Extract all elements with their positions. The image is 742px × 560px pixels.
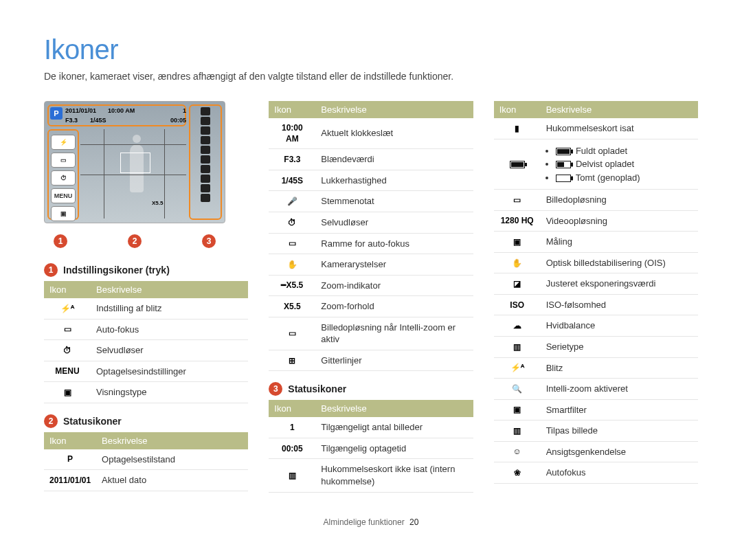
table-row: ▥Serietype bbox=[494, 337, 698, 358]
display-af-btn: ▭ bbox=[51, 153, 76, 168]
table-row: ▣Måling bbox=[494, 232, 698, 253]
display-time: 10:00 AM bbox=[108, 107, 135, 114]
rec-time-text: 00:05 bbox=[269, 438, 315, 459]
table-row: MENUOptagelsesindstillinger bbox=[44, 361, 248, 382]
table-row: F3.3Blændeværdi bbox=[269, 149, 473, 170]
section-2b-table: IkonBeskrivelse 10:00 AMAktuelt klokkesl… bbox=[269, 101, 473, 371]
camera-display-illustration: P 2011/01/01 10:00 AM F3.3 1/45S 1 00:05… bbox=[44, 101, 225, 223]
desc-cell: Tilgængelig optagetid bbox=[315, 438, 473, 459]
table-row: ISOISO-følsomhed bbox=[494, 294, 698, 315]
table-row: ▭Billedopløsning bbox=[494, 190, 698, 211]
desc-cell: Zoom-forhold bbox=[315, 296, 473, 317]
desc-cell: Aktuelt klokkeslæt bbox=[315, 118, 473, 149]
table-row: 🔍Intelli-zoom aktiveret bbox=[494, 379, 698, 400]
memory-card-icon: ▮ bbox=[494, 118, 541, 139]
desc-cell: Intelli-zoom aktiveret bbox=[541, 379, 698, 400]
desc-cell: Optagelsesindstillinger bbox=[91, 361, 248, 382]
table-row: 10:00 AMAktuelt klokkeslæt bbox=[269, 118, 473, 149]
image-adjust-icon: ▥ bbox=[494, 421, 541, 442]
time-text: 10:00 AM bbox=[269, 118, 315, 149]
desc-cell: Hukommelseskort isat bbox=[541, 118, 698, 139]
ev-adjust-icon: ◪ bbox=[494, 273, 541, 295]
burst-icon: ▥ bbox=[494, 337, 541, 358]
table-row: ✋Kamerarystelser bbox=[269, 254, 473, 276]
selftimer-icon: ⏱ bbox=[44, 340, 91, 361]
desc-cell: Ramme for auto-fokus bbox=[315, 233, 473, 254]
ois-icon: ✋ bbox=[494, 252, 541, 273]
desc-cell: Måling bbox=[541, 232, 698, 253]
display-aperture: F3.3 bbox=[65, 117, 78, 124]
menu-icon: MENU bbox=[44, 361, 91, 382]
table-row: ⏱Selvudløser bbox=[269, 212, 473, 234]
intelli-zoom-icon: 🔍 bbox=[494, 379, 541, 400]
desc-cell: Autofokus bbox=[541, 462, 698, 484]
display-menu-btn: MENU bbox=[51, 188, 76, 203]
display-timer-btn: ⏱ bbox=[51, 170, 76, 186]
desc-cell: Smartfilter bbox=[541, 399, 698, 421]
aperture-text: F3.3 bbox=[269, 149, 315, 170]
smart-filter-icon: ▣ bbox=[494, 399, 541, 421]
af-frame-icon: ▭ bbox=[269, 233, 315, 254]
desc-cell: Visningstype bbox=[91, 382, 248, 403]
display-flash-btn: ⚡ bbox=[51, 135, 76, 150]
desc-cell: Hukommelseskort ikke isat (intern hukomm… bbox=[315, 459, 473, 492]
desc-cell: Kamerarystelser bbox=[315, 254, 473, 276]
table-row: ▭Billedopløsning når Intelli-zoom er akt… bbox=[269, 317, 473, 350]
white-balance-icon: ☁ bbox=[494, 315, 541, 337]
mode-p-icon: P bbox=[44, 449, 96, 470]
desc-cell: Ansigtsgenkendelse bbox=[541, 441, 698, 462]
table-row: ⏱Selvudløser bbox=[44, 340, 248, 361]
display-rec-time: 00:05 bbox=[170, 117, 186, 124]
display-date: 2011/01/01 bbox=[65, 107, 96, 114]
autofocus-mode-icon: ▭ bbox=[44, 319, 91, 340]
internal-memory-icon: ▥ bbox=[269, 459, 315, 492]
desc-cell: Zoom-indikator bbox=[315, 275, 473, 296]
table-row: ━X5.5Zoom-indikator bbox=[269, 275, 473, 296]
display-zoom-ratio: X5.5 bbox=[152, 200, 163, 206]
table-row: 1280 HQVideoopløsning bbox=[494, 210, 698, 232]
table-row: ▭Ramme for auto-fokus bbox=[269, 233, 473, 254]
section-3-heading: 3 Statusikoner bbox=[269, 382, 473, 396]
mode-badge: P bbox=[50, 107, 63, 120]
gridlines-icon: ⊞ bbox=[269, 350, 315, 371]
metering-icon: ▣ bbox=[494, 232, 541, 253]
desc-cell: Serietype bbox=[541, 337, 698, 358]
desc-cell: Blændeværdi bbox=[315, 149, 473, 170]
face-detect-icon: ☺ bbox=[494, 441, 541, 462]
table-row: 1Tilgængeligt antal billeder bbox=[269, 417, 473, 438]
desc-cell: Videoopløsning bbox=[541, 210, 698, 232]
table-row: 2011/01/01Aktuel dato bbox=[44, 470, 248, 491]
table-row: ⚡ᴬIndstilling af blitz bbox=[44, 298, 248, 319]
table-row: 🎤Stemmenotat bbox=[269, 191, 473, 212]
section-3-table: IkonBeskrivelse 1Tilgængeligt antal bill… bbox=[269, 400, 473, 492]
image-res-icon: ▭ bbox=[494, 190, 541, 211]
desc-cell: Blitz bbox=[541, 357, 698, 379]
desc-cell: Hvidbalance bbox=[541, 315, 698, 337]
table-row: ⊞Gitterlinjer bbox=[269, 350, 473, 371]
page-footer: Almindelige funktioner 20 bbox=[44, 517, 698, 527]
table-row: POptagelsestilstand bbox=[44, 449, 248, 470]
display-view-btn: ▣ bbox=[51, 206, 76, 221]
table-row: ▭Auto-fokus bbox=[44, 319, 248, 340]
section-3b-table: IkonBeskrivelse ▮Hukommelseskort isat : … bbox=[494, 101, 698, 484]
desc-cell: Selvudløser bbox=[91, 340, 248, 361]
desc-cell: Tilpas billede bbox=[541, 421, 698, 442]
zoom-indicator-icon: ━X5.5 bbox=[269, 275, 315, 296]
flash-auto-icon: ⚡ᴬ bbox=[44, 298, 91, 319]
macro-icon: ❀ bbox=[494, 462, 541, 484]
zoom-ratio-text: X5.5 bbox=[269, 296, 315, 317]
table-row: ❀Autofokus bbox=[494, 462, 698, 484]
battery-states-list: : Fuldt opladet : Delvist opladet : Tomt… bbox=[546, 145, 693, 184]
selftimer2-icon: ⏱ bbox=[269, 212, 315, 234]
camera-shake-icon: ✋ bbox=[269, 254, 315, 276]
page-title: Ikoner bbox=[44, 34, 698, 65]
table-row: X5.5Zoom-forhold bbox=[269, 296, 473, 317]
desc-cell: Lukkerhastighed bbox=[315, 170, 473, 191]
display-type-icon: ▣ bbox=[44, 382, 91, 403]
desc-cell: Billedopløsning når Intelli-zoom er akti… bbox=[315, 317, 473, 350]
table-row: ◪Justeret eksponeringsværdi bbox=[494, 273, 698, 295]
display-shots: 1 bbox=[183, 107, 186, 114]
table-row: ✋Optisk billedstabilisering (OIS) bbox=[494, 252, 698, 273]
section-1-table: IkonBeskrivelse ⚡ᴬIndstilling af blitz▭A… bbox=[44, 281, 248, 403]
flash-icon: ⚡ᴬ bbox=[494, 357, 541, 379]
